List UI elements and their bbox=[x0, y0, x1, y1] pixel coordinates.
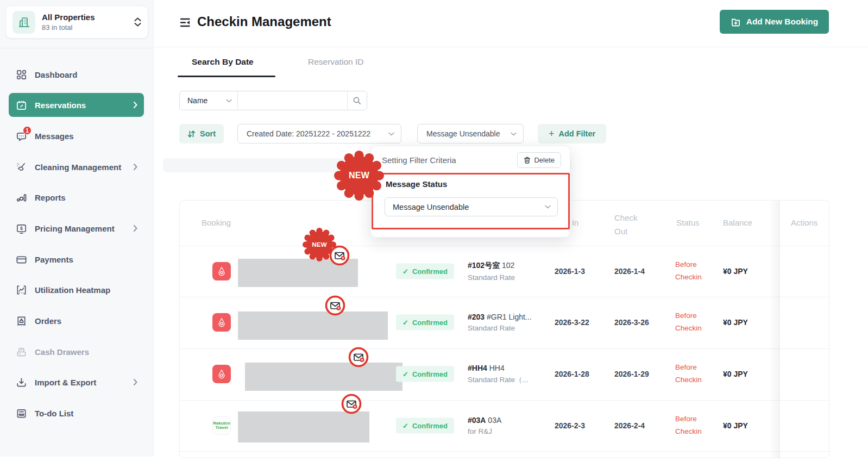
check-icon: ✓ bbox=[402, 422, 408, 430]
check-out-date: 2026-2-4 bbox=[614, 421, 645, 430]
sidebar-item-cash-drawers[interactable]: Cash Drawers bbox=[9, 340, 144, 364]
tab-search-by-date[interactable]: Search By Date bbox=[192, 57, 254, 67]
rakuten-travel-channel-icon: Rakuten Travel bbox=[212, 416, 231, 435]
sidebar-item-todo-list[interactable]: To-do List bbox=[9, 401, 144, 425]
room-info: #03A 03A for R&J bbox=[468, 416, 549, 435]
new-feature-badge: NEW bbox=[334, 151, 384, 201]
table-row[interactable]: ✓Confirmed #203 #GR1 Light... Standard R… bbox=[180, 297, 830, 348]
table-row[interactable]: ✓Confirmed #HH4 HH4 Standard Rate（... 20… bbox=[180, 348, 830, 400]
balance: ¥0 JPY bbox=[723, 370, 748, 378]
message-unsendable-icon[interactable] bbox=[329, 245, 350, 266]
status-badge: ✓Confirmed bbox=[396, 264, 454, 279]
chevron-down-icon bbox=[511, 132, 517, 136]
building-icon bbox=[12, 11, 35, 34]
table-row[interactable]: ✓Confirmed #102号室 102 Standard Rate 2026… bbox=[180, 246, 830, 297]
checkin-status: Before Checkin bbox=[675, 310, 710, 335]
sort-button[interactable]: Sort bbox=[179, 124, 224, 144]
status-badge: ✓Confirmed bbox=[396, 366, 454, 382]
message-unsendable-icon[interactable] bbox=[324, 295, 346, 316]
airbnb-channel-icon bbox=[212, 365, 231, 383]
sidebar-divider bbox=[0, 48, 154, 48]
cash-drawer-icon bbox=[15, 346, 27, 358]
sidebar-item-dashboard[interactable]: Dashboard bbox=[9, 63, 144, 86]
trash-icon bbox=[524, 157, 531, 164]
sort-arrows-icon bbox=[187, 130, 196, 138]
sidebar-item-import-export[interactable]: Import & Export bbox=[9, 370, 144, 394]
check-out-date: 2026-1-4 bbox=[614, 267, 645, 276]
reservations-table: Booking Check In Check Out Status Balanc… bbox=[179, 200, 829, 458]
cleaning-icon bbox=[15, 161, 27, 173]
check-in-date: 2026-1-28 bbox=[555, 370, 589, 378]
message-status-select[interactable]: Message Unsendable bbox=[385, 197, 558, 216]
chevron-right-icon bbox=[134, 225, 137, 232]
sidebar-item-payments[interactable]: Payments bbox=[9, 247, 144, 271]
import-export-icon bbox=[15, 376, 27, 388]
sidebar-item-orders[interactable]: Orders bbox=[9, 309, 144, 333]
page-title-icon bbox=[179, 16, 192, 29]
setting-filter-criteria-popup: Setting Filter Criteria Delete Message S… bbox=[370, 146, 570, 238]
check-icon: ✓ bbox=[402, 319, 408, 327]
column-header-booking: Booking bbox=[202, 218, 231, 227]
balance: ¥0 JPY bbox=[723, 267, 748, 276]
reservations-icon bbox=[15, 99, 27, 111]
page-title: Checkin Management bbox=[197, 14, 331, 29]
balance: ¥0 JPY bbox=[723, 421, 748, 430]
todo-list-icon bbox=[15, 407, 27, 419]
column-header-status: Status bbox=[676, 218, 700, 227]
checkin-management-page: All Properties 83 in total Dashboard Res… bbox=[0, 0, 868, 474]
checkin-status: Before Checkin bbox=[675, 413, 710, 438]
reports-icon bbox=[15, 191, 27, 203]
delete-filter-button[interactable]: Delete bbox=[517, 152, 561, 168]
message-unsendable-icon[interactable] bbox=[341, 393, 362, 415]
search-icon bbox=[353, 96, 362, 105]
checkin-status: Before Checkin bbox=[675, 259, 710, 284]
sidebar-item-cleaning-management[interactable]: Cleaning Management bbox=[9, 155, 144, 179]
check-out-date: 2026-3-26 bbox=[614, 318, 649, 327]
status-badge: ✓Confirmed bbox=[396, 418, 454, 434]
airbnb-channel-icon bbox=[212, 313, 231, 332]
check-in-date: 2026-2-3 bbox=[555, 421, 585, 430]
add-filter-button[interactable]: + Add Filter bbox=[538, 124, 606, 144]
booking-plus-icon bbox=[731, 17, 741, 27]
check-in-date: 2026-3-22 bbox=[555, 318, 589, 327]
balance: ¥0 JPY bbox=[723, 318, 748, 327]
room-info: #203 #GR1 Light... Standard Rate bbox=[468, 313, 549, 332]
sidebar-item-utilization-heatmap[interactable]: Utilization Heatmap bbox=[9, 278, 144, 302]
sidebar-item-messages[interactable]: 1 Messages bbox=[9, 124, 144, 148]
messages-icon: 1 bbox=[15, 130, 27, 142]
search-input[interactable] bbox=[238, 91, 347, 110]
chevron-right-icon bbox=[134, 379, 137, 385]
messages-unread-badge: 1 bbox=[23, 126, 32, 135]
heatmap-icon bbox=[15, 284, 27, 296]
property-selector-count: 83 in total bbox=[42, 23, 128, 32]
add-new-booking-button[interactable]: Add New Booking bbox=[720, 10, 829, 34]
checkin-status: Before Checkin bbox=[675, 361, 710, 386]
orders-icon bbox=[15, 315, 27, 327]
sidebar-item-reservations[interactable]: Reservations bbox=[9, 93, 144, 117]
check-icon: ✓ bbox=[402, 370, 408, 378]
status-badge: ✓Confirmed bbox=[396, 315, 454, 330]
column-header-actions: Actions bbox=[791, 218, 817, 227]
column-header-check-out: Check Out bbox=[614, 211, 648, 239]
search-field-select[interactable]: Name bbox=[180, 91, 238, 110]
chevron-right-icon bbox=[134, 102, 137, 108]
check-icon: ✓ bbox=[402, 267, 408, 276]
sidebar-item-pricing-management[interactable]: $ Pricing Management bbox=[9, 216, 144, 240]
search-button[interactable] bbox=[347, 91, 367, 110]
column-header-balance: Balance bbox=[723, 218, 752, 227]
created-date-filter-dropdown[interactable]: Created Date: 20251222 - 20251222 bbox=[237, 124, 401, 144]
header-divider bbox=[154, 47, 868, 47]
svg-text:$: $ bbox=[20, 225, 23, 230]
sidebar-item-reports[interactable]: Reports bbox=[9, 185, 144, 209]
redacted-guest-name bbox=[238, 311, 388, 340]
message-status-filter-dropdown[interactable]: Message Unsendable bbox=[417, 124, 524, 144]
tab-reservation-id[interactable]: Reservation ID bbox=[308, 57, 364, 67]
plus-icon: + bbox=[549, 128, 555, 140]
message-unsendable-icon[interactable] bbox=[348, 346, 369, 368]
pricing-icon: $ bbox=[15, 222, 27, 234]
property-selector[interactable]: All Properties 83 in total bbox=[5, 5, 148, 39]
table-row[interactable]: Rakuten Travel ✓Confirmed #03A 03A for R… bbox=[180, 400, 830, 451]
chevron-down-icon bbox=[226, 99, 232, 103]
room-info: #102号室 102 Standard Rate bbox=[468, 261, 549, 282]
sidebar: All Properties 83 in total Dashboard Res… bbox=[0, 0, 154, 457]
